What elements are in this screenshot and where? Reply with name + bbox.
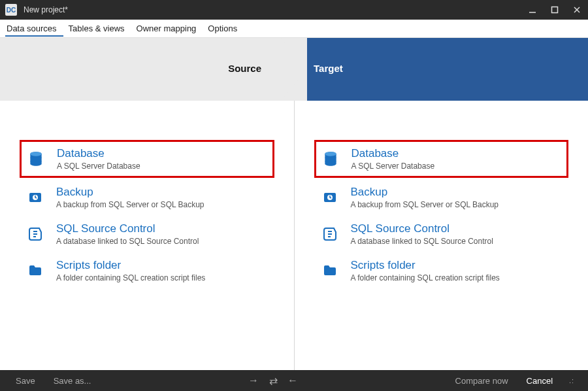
source-option-backup[interactable]: Backup A backup from SQL Server or SQL B… — [20, 179, 274, 216]
source-label: Source — [0, 63, 281, 74]
source-option-list: Database A SQL Server Database Backup A … — [20, 140, 274, 289]
source-control-icon — [26, 225, 44, 243]
database-icon — [27, 150, 45, 168]
arrow-left-icon[interactable]: ← — [283, 375, 302, 386]
option-title: Backup — [56, 186, 204, 199]
maximize-button[interactable] — [544, 0, 566, 20]
folder-icon — [321, 262, 339, 280]
close-button[interactable] — [566, 0, 588, 20]
window-title: New project* — [24, 5, 68, 14]
option-desc: A folder containing SQL creation script … — [351, 273, 500, 282]
breadcrumb-chevron: Source Target — [0, 38, 588, 101]
main-panes: Database A SQL Server Database Backup A … — [0, 101, 588, 370]
swap-icon[interactable]: ⇄ — [263, 375, 283, 387]
save-button[interactable]: Save — [7, 376, 44, 386]
target-option-database[interactable]: Database A SQL Server Database — [314, 140, 569, 178]
bottom-bar: Save Save as... → ⇄ ← Compare now Cancel… — [0, 370, 588, 391]
source-option-database[interactable]: Database A SQL Server Database — [20, 140, 274, 178]
cancel-button[interactable]: Cancel — [517, 376, 562, 386]
folder-icon — [26, 262, 44, 280]
source-option-source-control[interactable]: SQL Source Control A database linked to … — [20, 216, 274, 252]
tab-owner-mapping[interactable]: Owner mapping — [135, 20, 203, 37]
option-desc: A database linked to SQL Source Control — [56, 237, 199, 246]
target-option-backup[interactable]: Backup A backup from SQL Server or SQL B… — [314, 179, 569, 216]
svg-point-9 — [325, 152, 336, 156]
option-desc: A SQL Server Database — [57, 162, 140, 171]
option-desc: A database linked to SQL Source Control — [351, 237, 493, 246]
tab-data-sources[interactable]: Data sources — [5, 20, 63, 37]
target-option-source-control[interactable]: SQL Source Control A database linked to … — [314, 216, 569, 252]
overflow-icon[interactable]: .: — [562, 377, 581, 384]
save-as-button[interactable]: Save as... — [44, 376, 101, 386]
database-icon — [321, 150, 340, 168]
backup-icon — [26, 188, 44, 207]
compare-button[interactable]: Compare now — [446, 376, 517, 386]
option-title: Scripts folder — [56, 259, 205, 272]
svg-rect-1 — [552, 7, 558, 13]
option-title: Scripts folder — [351, 259, 500, 272]
arrow-right-icon[interactable]: → — [244, 375, 263, 386]
minimize-button[interactable] — [521, 0, 544, 20]
option-desc: A backup from SQL Server or SQL Backup — [351, 200, 499, 209]
source-option-scripts-folder[interactable]: Scripts folder A folder containing SQL c… — [20, 252, 274, 289]
source-pane: Database A SQL Server Database Backup A … — [0, 101, 294, 370]
target-pane: Database A SQL Server Database Backup A … — [295, 101, 589, 370]
option-title: SQL Source Control — [56, 222, 199, 235]
option-title: Backup — [351, 186, 499, 199]
option-title: Database — [351, 147, 435, 160]
backup-icon — [321, 188, 339, 207]
app-icon: DC — [5, 4, 17, 16]
tab-options[interactable]: Options — [206, 20, 244, 37]
tab-tables-views[interactable]: Tables & views — [67, 20, 131, 37]
svg-point-5 — [30, 152, 41, 156]
tab-strip: Data sources Tables & views Owner mappin… — [0, 20, 588, 38]
option-title: Database — [57, 147, 140, 160]
option-title: SQL Source Control — [351, 222, 493, 235]
option-desc: A SQL Server Database — [351, 162, 435, 171]
target-option-scripts-folder[interactable]: Scripts folder A folder containing SQL c… — [314, 252, 569, 289]
target-option-list: Database A SQL Server Database Backup A … — [314, 140, 569, 289]
option-desc: A folder containing SQL creation script … — [56, 273, 205, 282]
option-desc: A backup from SQL Server or SQL Backup — [56, 200, 204, 209]
titlebar: DC New project* — [0, 0, 588, 20]
target-label: Target — [314, 63, 343, 74]
source-control-icon — [321, 225, 339, 243]
